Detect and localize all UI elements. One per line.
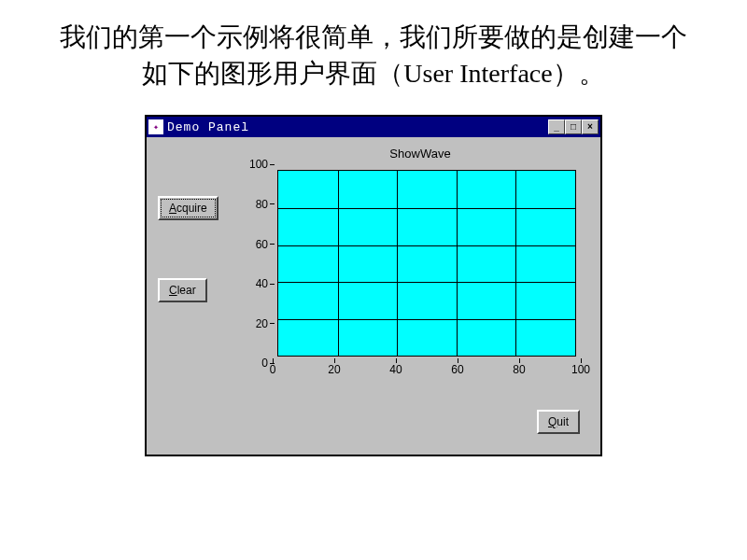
x-tick-label: 0 bbox=[270, 363, 276, 376]
y-axis: 100 80 60 40 20 0 bbox=[249, 164, 277, 363]
y-tick-label: 100 bbox=[249, 158, 268, 171]
y-tick-label: 20 bbox=[256, 317, 268, 330]
acquire-button[interactable]: Acquire bbox=[158, 196, 218, 220]
y-tick-label: 40 bbox=[256, 277, 268, 290]
x-tick-label: 100 bbox=[571, 363, 590, 376]
chart-title: ShowWave bbox=[251, 147, 589, 161]
close-button[interactable]: × bbox=[582, 119, 599, 134]
x-tick-label: 40 bbox=[389, 363, 402, 376]
demo-panel-window: ✦ Demo Panel _ □ × ShowWave Acquire Clea… bbox=[145, 115, 602, 456]
app-icon: ✦ bbox=[148, 119, 163, 134]
y-tick-label: 80 bbox=[256, 198, 268, 211]
x-tick-label: 20 bbox=[328, 363, 340, 376]
y-tick-label: 0 bbox=[261, 357, 268, 370]
maximize-button[interactable]: □ bbox=[565, 119, 582, 134]
y-tick-label: 60 bbox=[256, 238, 268, 251]
title-bar[interactable]: ✦ Demo Panel _ □ × bbox=[147, 117, 600, 137]
x-tick-label: 80 bbox=[513, 363, 525, 376]
slide-heading: 我们的第一个示例将很简单，我们所要做的是创建一个如下的图形用户界面（User I… bbox=[0, 0, 747, 105]
chart-area: 100 80 60 40 20 0 bbox=[242, 170, 589, 376]
clear-button[interactable]: Clear bbox=[158, 278, 207, 302]
minimize-button[interactable]: _ bbox=[548, 119, 565, 134]
window-title: Demo Panel bbox=[167, 120, 548, 134]
quit-button[interactable]: Quit bbox=[537, 410, 580, 434]
window-body: ShowWave Acquire Clear 100 80 60 40 20 0 bbox=[147, 137, 600, 455]
window-controls: _ □ × bbox=[548, 119, 599, 134]
left-button-column: Acquire Clear bbox=[158, 170, 242, 302]
plot-grid bbox=[277, 170, 576, 357]
x-tick-label: 60 bbox=[451, 363, 463, 376]
x-axis: 0 20 40 60 80 100 bbox=[273, 358, 581, 376]
